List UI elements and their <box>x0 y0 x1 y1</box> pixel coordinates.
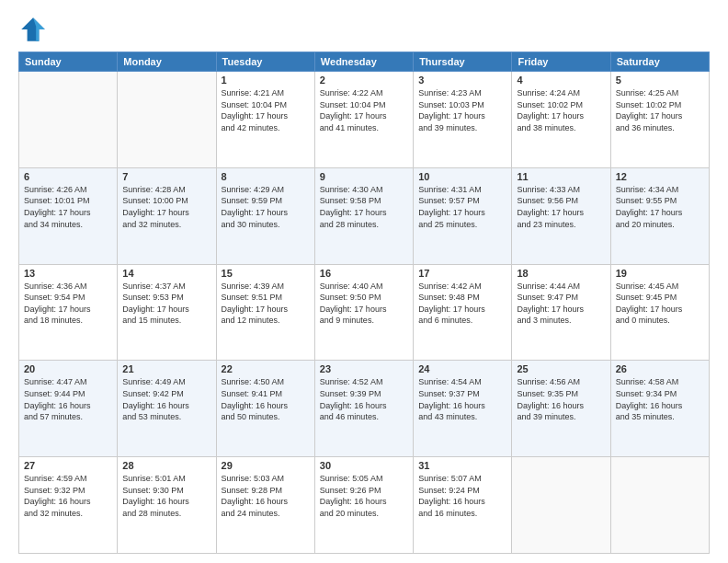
day-number: 15 <box>222 268 310 279</box>
calendar-day-cell: 30Sunrise: 5:05 AM Sunset: 9:26 PM Dayli… <box>314 457 413 554</box>
weekday-header: Friday <box>512 52 610 72</box>
day-info: Sunrise: 5:01 AM Sunset: 9:30 PM Dayligh… <box>122 473 210 519</box>
calendar-day-cell: 25Sunrise: 4:56 AM Sunset: 9:35 PM Dayli… <box>512 361 610 457</box>
calendar-day-cell: 27Sunrise: 4:59 AM Sunset: 9:32 PM Dayli… <box>19 457 118 554</box>
day-info: Sunrise: 4:59 AM Sunset: 9:32 PM Dayligh… <box>24 473 112 519</box>
day-info: Sunrise: 4:52 AM Sunset: 9:39 PM Dayligh… <box>320 376 408 422</box>
calendar-day-cell: 10Sunrise: 4:31 AM Sunset: 9:57 PM Dayli… <box>414 167 512 264</box>
calendar-day-cell: 2Sunrise: 4:22 AM Sunset: 10:04 PM Dayli… <box>314 72 413 168</box>
day-info: Sunrise: 4:49 AM Sunset: 9:42 PM Dayligh… <box>122 376 210 422</box>
day-number: 4 <box>517 75 605 86</box>
calendar-day-cell: 5Sunrise: 4:25 AM Sunset: 10:02 PM Dayli… <box>610 72 709 168</box>
day-number: 23 <box>320 363 408 374</box>
calendar-week-row: 1Sunrise: 4:21 AM Sunset: 10:04 PM Dayli… <box>19 72 710 168</box>
day-number: 12 <box>616 171 704 182</box>
calendar-day-cell: 12Sunrise: 4:34 AM Sunset: 9:55 PM Dayli… <box>610 167 709 264</box>
calendar-day-cell: 29Sunrise: 5:03 AM Sunset: 9:28 PM Dayli… <box>216 457 314 554</box>
calendar-day-cell: 28Sunrise: 5:01 AM Sunset: 9:30 PM Dayli… <box>118 457 216 554</box>
calendar-day-cell: 13Sunrise: 4:36 AM Sunset: 9:54 PM Dayli… <box>19 264 118 361</box>
weekday-header: Wednesday <box>314 52 413 72</box>
day-number: 27 <box>24 460 112 471</box>
day-info: Sunrise: 4:36 AM Sunset: 9:54 PM Dayligh… <box>24 281 112 327</box>
calendar-day-cell: 24Sunrise: 4:54 AM Sunset: 9:37 PM Dayli… <box>414 361 512 457</box>
calendar-week-row: 20Sunrise: 4:47 AM Sunset: 9:44 PM Dayli… <box>19 361 710 457</box>
day-info: Sunrise: 4:29 AM Sunset: 9:59 PM Dayligh… <box>222 184 310 230</box>
day-number: 2 <box>320 75 408 86</box>
day-info: Sunrise: 5:07 AM Sunset: 9:24 PM Dayligh… <box>418 473 506 519</box>
day-number: 10 <box>418 171 506 182</box>
calendar-day-cell: 26Sunrise: 4:58 AM Sunset: 9:34 PM Dayli… <box>610 361 709 457</box>
day-info: Sunrise: 4:24 AM Sunset: 10:02 PM Daylig… <box>517 87 605 133</box>
calendar-header: SundayMondayTuesdayWednesdayThursdayFrid… <box>19 52 710 72</box>
calendar-week-row: 13Sunrise: 4:36 AM Sunset: 9:54 PM Dayli… <box>19 264 710 361</box>
calendar-day-cell: 23Sunrise: 4:52 AM Sunset: 9:39 PM Dayli… <box>314 361 413 457</box>
day-info: Sunrise: 4:47 AM Sunset: 9:44 PM Dayligh… <box>24 376 112 422</box>
day-number: 20 <box>24 363 112 374</box>
day-number: 26 <box>616 363 704 374</box>
logo <box>18 15 51 44</box>
day-number: 24 <box>418 363 506 374</box>
weekday-header: Tuesday <box>216 52 314 72</box>
day-number: 30 <box>320 460 408 471</box>
day-number: 9 <box>320 171 408 182</box>
calendar-day-cell: 3Sunrise: 4:23 AM Sunset: 10:03 PM Dayli… <box>414 72 512 168</box>
day-number: 8 <box>222 171 310 182</box>
day-number: 29 <box>222 460 310 471</box>
day-info: Sunrise: 5:03 AM Sunset: 9:28 PM Dayligh… <box>222 473 310 519</box>
calendar-day-cell: 20Sunrise: 4:47 AM Sunset: 9:44 PM Dayli… <box>19 361 118 457</box>
day-info: Sunrise: 4:33 AM Sunset: 9:56 PM Dayligh… <box>517 184 605 230</box>
calendar-day-cell: 6Sunrise: 4:26 AM Sunset: 10:01 PM Dayli… <box>19 167 118 264</box>
calendar-day-cell: 8Sunrise: 4:29 AM Sunset: 9:59 PM Daylig… <box>216 167 314 264</box>
calendar-day-cell: 18Sunrise: 4:44 AM Sunset: 9:47 PM Dayli… <box>512 264 610 361</box>
day-info: Sunrise: 4:21 AM Sunset: 10:04 PM Daylig… <box>222 87 310 133</box>
calendar-body: 1Sunrise: 4:21 AM Sunset: 10:04 PM Dayli… <box>19 72 710 554</box>
calendar-day-cell: 19Sunrise: 4:45 AM Sunset: 9:45 PM Dayli… <box>610 264 709 361</box>
day-info: Sunrise: 4:26 AM Sunset: 10:01 PM Daylig… <box>24 184 112 230</box>
day-info: Sunrise: 4:42 AM Sunset: 9:48 PM Dayligh… <box>418 281 506 327</box>
weekday-row: SundayMondayTuesdayWednesdayThursdayFrid… <box>19 52 710 72</box>
calendar-day-cell: 15Sunrise: 4:39 AM Sunset: 9:51 PM Dayli… <box>216 264 314 361</box>
calendar-day-cell: 21Sunrise: 4:49 AM Sunset: 9:42 PM Dayli… <box>118 361 216 457</box>
calendar-day-cell: 11Sunrise: 4:33 AM Sunset: 9:56 PM Dayli… <box>512 167 610 264</box>
day-number: 31 <box>418 460 506 471</box>
day-info: Sunrise: 4:28 AM Sunset: 10:00 PM Daylig… <box>122 184 210 230</box>
calendar-day-cell <box>118 72 216 168</box>
day-number: 5 <box>616 75 704 86</box>
weekday-header: Saturday <box>610 52 709 72</box>
day-info: Sunrise: 4:50 AM Sunset: 9:41 PM Dayligh… <box>222 376 310 422</box>
day-info: Sunrise: 5:05 AM Sunset: 9:26 PM Dayligh… <box>320 473 408 519</box>
calendar-week-row: 6Sunrise: 4:26 AM Sunset: 10:01 PM Dayli… <box>19 167 710 264</box>
day-number: 25 <box>517 363 605 374</box>
weekday-header: Sunday <box>19 52 118 72</box>
logo-icon <box>18 15 48 44</box>
calendar-day-cell: 16Sunrise: 4:40 AM Sunset: 9:50 PM Dayli… <box>314 264 413 361</box>
day-info: Sunrise: 4:39 AM Sunset: 9:51 PM Dayligh… <box>222 281 310 327</box>
calendar-day-cell: 31Sunrise: 5:07 AM Sunset: 9:24 PM Dayli… <box>414 457 512 554</box>
calendar-day-cell <box>19 72 118 168</box>
day-number: 19 <box>616 268 704 279</box>
day-info: Sunrise: 4:58 AM Sunset: 9:34 PM Dayligh… <box>616 376 704 422</box>
day-number: 3 <box>418 75 506 86</box>
calendar-day-cell: 22Sunrise: 4:50 AM Sunset: 9:41 PM Dayli… <box>216 361 314 457</box>
calendar-day-cell <box>512 457 610 554</box>
calendar-day-cell: 14Sunrise: 4:37 AM Sunset: 9:53 PM Dayli… <box>118 264 216 361</box>
calendar-day-cell: 7Sunrise: 4:28 AM Sunset: 10:00 PM Dayli… <box>118 167 216 264</box>
calendar-day-cell: 4Sunrise: 4:24 AM Sunset: 10:02 PM Dayli… <box>512 72 610 168</box>
day-number: 1 <box>222 75 310 86</box>
day-number: 13 <box>24 268 112 279</box>
page: SundayMondayTuesdayWednesdayThursdayFrid… <box>0 0 728 563</box>
day-number: 6 <box>24 171 112 182</box>
day-number: 11 <box>517 171 605 182</box>
day-number: 14 <box>122 268 210 279</box>
day-info: Sunrise: 4:54 AM Sunset: 9:37 PM Dayligh… <box>418 376 506 422</box>
day-info: Sunrise: 4:45 AM Sunset: 9:45 PM Dayligh… <box>616 281 704 327</box>
day-info: Sunrise: 4:23 AM Sunset: 10:03 PM Daylig… <box>418 87 506 133</box>
weekday-header: Thursday <box>414 52 512 72</box>
day-number: 16 <box>320 268 408 279</box>
calendar-day-cell: 9Sunrise: 4:30 AM Sunset: 9:58 PM Daylig… <box>314 167 413 264</box>
day-number: 18 <box>517 268 605 279</box>
day-info: Sunrise: 4:56 AM Sunset: 9:35 PM Dayligh… <box>517 376 605 422</box>
day-info: Sunrise: 4:37 AM Sunset: 9:53 PM Dayligh… <box>122 281 210 327</box>
day-info: Sunrise: 4:34 AM Sunset: 9:55 PM Dayligh… <box>616 184 704 230</box>
day-number: 17 <box>418 268 506 279</box>
